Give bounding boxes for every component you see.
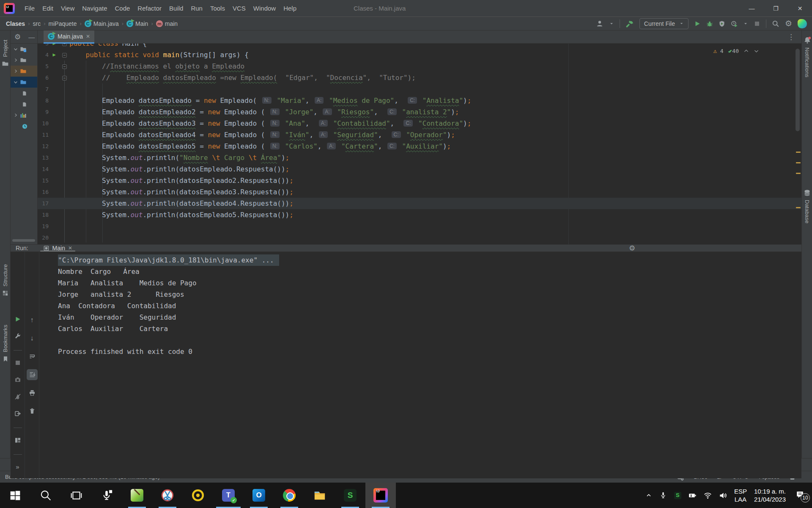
tool-button-bookmarks[interactable]: Bookmarks	[0, 325, 11, 362]
maximize-icon[interactable]: ❐	[764, 0, 788, 17]
menu-window[interactable]: Window	[250, 0, 280, 17]
debug-icon[interactable]	[706, 20, 713, 27]
tray-mic-icon[interactable]	[659, 491, 667, 499]
dropdown-icon[interactable]	[743, 21, 748, 26]
menu-help[interactable]: Help	[280, 0, 300, 17]
project-tree-row[interactable]	[11, 99, 37, 110]
chevron-down-icon[interactable]	[13, 47, 18, 52]
run-tab-close-icon[interactable]: ✕	[68, 245, 72, 251]
coverage-icon[interactable]	[719, 20, 725, 27]
fold-marker-icon[interactable]: −	[62, 76, 67, 80]
s-tray-icon[interactable]: S	[674, 492, 681, 499]
search-icon[interactable]	[772, 20, 779, 28]
project-hscrollbar[interactable]	[12, 239, 35, 242]
exit-icon[interactable]	[14, 410, 21, 417]
layout-icon[interactable]	[14, 437, 21, 444]
menu-build[interactable]: Build	[165, 0, 187, 17]
camera-icon[interactable]	[14, 376, 21, 383]
taskbar-app-paint-app-icon[interactable]	[122, 483, 152, 508]
project-tree-row[interactable]	[11, 110, 37, 121]
warning-stripe-mark[interactable]	[796, 152, 801, 153]
project-panel[interactable]: ⚙—	[11, 30, 38, 244]
fold-marker-icon[interactable]: −	[62, 64, 67, 69]
taskbar-app-s-app-icon[interactable]: S	[335, 483, 365, 508]
run-configuration-select[interactable]: Current File	[639, 18, 689, 29]
chevron-right-icon[interactable]	[13, 113, 18, 118]
menu-view[interactable]: View	[57, 0, 78, 17]
editor-vscrollbar[interactable]	[796, 49, 800, 131]
arrow-up-icon[interactable]: ↑	[30, 317, 34, 323]
minus-icon[interactable]: —	[28, 34, 35, 40]
editor-body[interactable]: 3 ▶ − public class Main { 4 ▶ − public s…	[38, 44, 801, 244]
menu-tools[interactable]: Tools	[206, 0, 229, 17]
scroll-end-icon[interactable]	[27, 369, 38, 380]
chevron-right-icon[interactable]	[13, 69, 18, 74]
tab-options-kebab-icon[interactable]: ⋮	[787, 33, 801, 41]
gear-icon[interactable]: ⚙	[14, 33, 21, 41]
prev-problem-chevron-up-icon[interactable]	[743, 48, 749, 54]
tool-button-notifications[interactable]: Notifications	[802, 36, 812, 77]
menu-edit[interactable]: Edit	[38, 0, 57, 17]
console-output[interactable]: "C:\Program Files\Java\jdk1.8.0_181\bin\…	[39, 252, 801, 478]
tool-button-project[interactable]: Project	[0, 40, 11, 67]
taskbar-app-teams-icon[interactable]: T✓	[213, 483, 244, 508]
stop-icon[interactable]	[14, 359, 21, 366]
taskbar-app-dictation-icon[interactable]	[91, 483, 122, 508]
breadcrumb-item[interactable]: miPaquete	[49, 20, 77, 27]
chevron-down-icon[interactable]	[13, 80, 18, 85]
run-icon[interactable]	[694, 20, 701, 27]
taskbar-app-start-icon[interactable]	[0, 483, 30, 508]
warning-stripe-mark[interactable]	[796, 173, 801, 174]
menu-run[interactable]: Run	[187, 0, 206, 17]
battery-icon[interactable]	[689, 491, 697, 500]
tool-button-structure[interactable]: Structure	[0, 264, 11, 296]
wrench-icon[interactable]	[14, 333, 21, 340]
trash-icon[interactable]	[29, 408, 36, 414]
notification-center[interactable]: 10	[796, 490, 804, 500]
project-tree-row[interactable]	[11, 66, 37, 77]
muted-bug-icon[interactable]	[14, 393, 21, 400]
project-tree-row[interactable]	[11, 44, 37, 55]
project-tree-row[interactable]	[11, 55, 37, 66]
run-line-icon[interactable]: ▶	[52, 52, 55, 58]
toolbox-icon[interactable]	[798, 19, 807, 28]
dropdown-icon[interactable]	[609, 21, 614, 26]
menu-vcs[interactable]: VCS	[229, 0, 250, 17]
volume-icon[interactable]	[719, 491, 727, 500]
arrow-down-icon[interactable]: ↓	[30, 335, 34, 342]
minimize-icon[interactable]: —	[740, 0, 764, 17]
stop-icon[interactable]	[754, 20, 760, 27]
clock[interactable]: 10:19 a. m.21/04/2023	[754, 487, 786, 503]
profiler-icon[interactable]	[731, 20, 738, 27]
menu-code[interactable]: Code	[111, 0, 134, 17]
soft-wrap-icon[interactable]	[29, 353, 36, 360]
warning-stripe-mark[interactable]	[796, 207, 801, 208]
tray-chevron-icon[interactable]	[645, 492, 652, 499]
wifi-icon[interactable]	[704, 491, 712, 500]
gear-icon[interactable]: ⚙	[629, 245, 635, 252]
hammer-icon[interactable]	[625, 19, 634, 28]
run-line-icon[interactable]: ▶	[52, 44, 55, 46]
warning-stripe-mark[interactable]	[796, 162, 801, 163]
taskbar-app-task-view-icon[interactable]	[61, 483, 91, 508]
taskbar-app-intellij-icon[interactable]: IJ	[365, 483, 396, 508]
taskbar-app-file-explorer-icon[interactable]	[304, 483, 335, 508]
next-problem-chevron-down-icon[interactable]	[754, 48, 759, 54]
settings-icon[interactable]: ⚙	[785, 19, 792, 28]
printer-icon[interactable]	[29, 389, 36, 396]
chevron-right-icon[interactable]	[13, 58, 18, 63]
breadcrumb-item[interactable]: CMain.java	[85, 20, 119, 27]
breadcrumb-item[interactable]: mmain	[156, 20, 178, 27]
taskbar-app-taskbar-search-icon[interactable]	[30, 483, 61, 508]
run-tab-main[interactable]: Main ✕	[39, 245, 76, 251]
menu-refactor[interactable]: Refactor	[134, 0, 165, 17]
menu-file[interactable]: File	[21, 0, 38, 17]
project-tree-row[interactable]	[11, 77, 37, 88]
taskbar-app-outlook-icon[interactable]: O	[244, 483, 274, 508]
run-icon[interactable]	[14, 316, 21, 323]
tab-close-icon[interactable]: ✕	[86, 33, 90, 39]
breadcrumb-item[interactable]: src	[33, 20, 41, 27]
editor[interactable]: C Main.java ✕ ⋮ 3 ▶ − public class M	[38, 30, 801, 244]
tab-main-java[interactable]: C Main.java ✕	[44, 30, 94, 44]
taskbar-app-yellow-badge-app-icon[interactable]	[183, 483, 213, 508]
